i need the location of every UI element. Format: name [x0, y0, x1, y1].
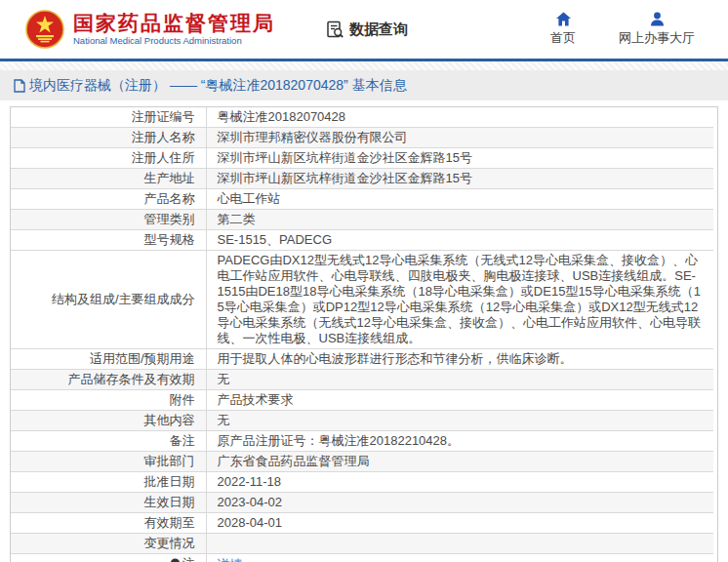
field-label: 注册人名称	[11, 128, 206, 148]
field-value: SE-1515、PADECG	[206, 230, 713, 251]
field-value: PADECG由DX12型无线式12导心电采集系统（无线式12导心电采集盒、接收盒…	[206, 251, 713, 349]
table-row: 管理类别 第二类	[11, 210, 713, 230]
field-label: 审批部门	[11, 452, 206, 472]
data-query-label: 数据查询	[349, 20, 408, 39]
agency-name: 国家药品监督管理局	[73, 12, 275, 35]
field-label: 附件	[11, 390, 206, 411]
field-label: 批准日期	[11, 472, 206, 493]
hatch-strip	[0, 61, 728, 70]
nav-home[interactable]: 首页	[550, 12, 576, 47]
nav-home-label: 首页	[550, 29, 576, 47]
breadcrumb: 境内医疗器械（注册） —— “粤械注准20182070428” 基本信息	[14, 77, 407, 95]
user-icon	[650, 12, 665, 26]
field-value: 深圳市理邦精密仪器股份有限公司	[206, 128, 713, 148]
field-label: 结构及组成/主要组成成分	[11, 251, 206, 349]
field-label: 生效日期	[11, 493, 206, 513]
field-label: 产品名称	[11, 189, 206, 210]
field-value: 心电工作站	[206, 189, 713, 210]
field-value	[206, 534, 713, 554]
field-value: 用于提取人体的心电波形群进行形态和节律分析，供临床诊断。	[206, 349, 713, 370]
site-header: 国家药品监督管理局 National Medical Products Admi…	[0, 0, 728, 59]
agency-name-en: National Medical Products Administration	[73, 35, 275, 47]
breadcrumb-text: 境内医疗器械（注册） —— “粤械注准20182070428” 基本信息	[29, 77, 407, 95]
field-label: 变更情况	[11, 534, 206, 554]
table-row: 备注 原产品注册证号：粤械注准20182210428。	[11, 431, 713, 452]
table-row: 注册人名称 深圳市理邦精密仪器股份有限公司	[11, 128, 713, 148]
table-row: 审批部门 广东省食品药品监督管理局	[11, 452, 713, 472]
table-row: 批准日期 2022-11-18	[11, 472, 713, 493]
table-row: 注册证编号 粤械注准20182070428	[11, 107, 713, 128]
field-label: 有效期至	[11, 513, 206, 534]
field-value: 详情	[206, 554, 713, 562]
table-row: 附件 产品技术要求	[11, 390, 713, 411]
top-nav: 首页 网上办事大厅	[550, 12, 695, 47]
table-row: 生产地址 深圳市坪山新区坑梓街道金沙社区金辉路15号	[11, 169, 713, 189]
nav-service-hall[interactable]: 网上办事大厅	[619, 12, 695, 47]
table-row: 适用范围/预期用途 用于提取人体的心电波形群进行形态和节律分析，供临床诊断。	[11, 349, 713, 370]
field-value: 无	[206, 411, 713, 431]
table-row: 注册人住所 深圳市坪山新区坑梓街道金沙社区金辉路15号	[11, 148, 713, 169]
home-icon	[555, 12, 572, 26]
field-value: 2023-04-02	[206, 493, 713, 513]
breadcrumb-band: 境内医疗器械（注册） —— “粤械注准20182070428” 基本信息	[0, 70, 728, 100]
data-query-tab[interactable]: 数据查询	[326, 20, 408, 39]
field-value: 深圳市坪山新区坑梓街道金沙社区金辉路15号	[206, 148, 713, 169]
note-label-text: 注	[182, 556, 195, 562]
table-row: 产品名称 心电工作站	[11, 189, 713, 210]
note-icon	[170, 558, 181, 562]
field-value: 第二类	[206, 210, 713, 230]
table-row: 变更情况	[11, 534, 713, 554]
field-value: 2022-11-18	[206, 472, 713, 493]
table-row: 产品储存条件及有效期 无	[11, 370, 713, 390]
field-value: 深圳市坪山新区坑梓街道金沙社区金辉路15号	[206, 169, 713, 189]
field-value: 无	[206, 370, 713, 390]
agency-logo: 国家药品监督管理局 National Medical Products Admi…	[25, 10, 275, 49]
field-value: 原产品注册证号：粤械注准20182210428。	[206, 431, 713, 452]
detail-link[interactable]: 详情	[218, 557, 243, 562]
field-label: 生产地址	[11, 169, 206, 189]
table-row: 注 详情	[11, 554, 713, 562]
field-value: 粤械注准20182070428	[206, 107, 713, 128]
field-label: 管理类别	[11, 210, 206, 230]
table-row: 生效日期 2023-04-02	[11, 493, 713, 513]
data-query-icon	[326, 20, 344, 39]
table-row: 其他内容 无	[11, 411, 713, 431]
field-value: 广东省食品药品监督管理局	[206, 452, 713, 472]
table-row: 有效期至 2028-04-01	[11, 513, 713, 534]
field-value: 产品技术要求	[206, 390, 713, 411]
field-value: 2028-04-01	[206, 513, 713, 534]
field-label: 注册证编号	[11, 107, 206, 128]
field-label: 其他内容	[11, 411, 206, 431]
field-label: 产品储存条件及有效期	[11, 370, 206, 390]
detail-panel: 注册证编号 粤械注准20182070428 注册人名称 深圳市理邦精密仪器股份有…	[10, 106, 718, 562]
field-label: 注册人住所	[11, 148, 206, 169]
table-row: 型号规格 SE-1515、PADECG	[11, 230, 713, 251]
field-label: 备注	[11, 431, 206, 452]
registration-detail-table: 注册证编号 粤械注准20182070428 注册人名称 深圳市理邦精密仪器股份有…	[11, 107, 713, 562]
field-label: 注	[11, 554, 206, 562]
document-icon	[14, 79, 25, 93]
national-emblem-icon	[25, 10, 64, 49]
nav-service-hall-label: 网上办事大厅	[619, 29, 695, 47]
field-label: 适用范围/预期用途	[11, 349, 206, 370]
table-row: 结构及组成/主要组成成分 PADECG由DX12型无线式12导心电采集系统（无线…	[11, 251, 713, 349]
field-label: 型号规格	[11, 230, 206, 251]
